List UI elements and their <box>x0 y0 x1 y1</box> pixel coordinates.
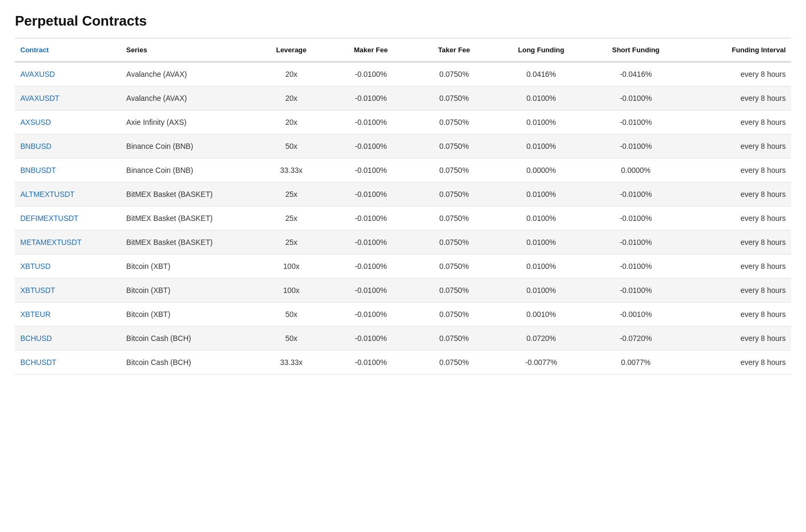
series-cell: Avalanche (AVAX) <box>121 86 254 110</box>
leverage-cell: 25x <box>254 207 329 231</box>
taker-fee-cell: 0.0750% <box>413 303 496 327</box>
table-row: AVAXUSDAvalanche (AVAX)20x-0.0100%0.0750… <box>15 62 791 86</box>
series-cell: Bitcoin Cash (BCH) <box>121 351 254 375</box>
leverage-cell: 100x <box>254 255 329 279</box>
header-maker-fee: Maker Fee <box>329 38 413 62</box>
short-funding-cell: -0.0100% <box>587 231 685 255</box>
header-series: Series <box>121 38 254 62</box>
table-body: AVAXUSDAvalanche (AVAX)20x-0.0100%0.0750… <box>15 62 791 375</box>
table-row: XBTUSDTBitcoin (XBT)100x-0.0100%0.0750%0… <box>15 279 791 303</box>
contract-link[interactable]: XBTEUR <box>20 310 51 319</box>
contract-link[interactable]: XBTUSDT <box>20 286 55 295</box>
series-cell: BitMEX Basket (BASKET) <box>121 231 254 255</box>
long-funding-cell: 0.0416% <box>496 62 587 86</box>
maker-fee-cell: -0.0100% <box>329 327 413 351</box>
taker-fee-cell: 0.0750% <box>413 134 496 158</box>
contract-link[interactable]: BCHUSDT <box>20 358 57 367</box>
contracts-table: Contract Series Leverage Maker Fee Taker… <box>15 38 791 375</box>
leverage-cell: 20x <box>254 110 329 134</box>
series-cell: Bitcoin (XBT) <box>121 303 254 327</box>
leverage-cell: 100x <box>254 279 329 303</box>
taker-fee-cell: 0.0750% <box>413 231 496 255</box>
funding-interval-cell: every 8 hours <box>685 207 791 231</box>
header-short-funding: Short Funding <box>587 38 685 62</box>
leverage-cell: 25x <box>254 231 329 255</box>
table-row: BNBUSDTBinance Coin (BNB)33.33x-0.0100%0… <box>15 158 791 182</box>
leverage-cell: 20x <box>254 62 329 86</box>
leverage-cell: 50x <box>254 134 329 158</box>
long-funding-cell: 0.0100% <box>496 134 587 158</box>
long-funding-cell: 0.0100% <box>496 110 587 134</box>
taker-fee-cell: 0.0750% <box>413 351 496 375</box>
short-funding-cell: -0.0010% <box>587 303 685 327</box>
series-cell: Avalanche (AVAX) <box>121 62 254 86</box>
funding-interval-cell: every 8 hours <box>685 327 791 351</box>
table-row: AXSUSDAxie Infinity (AXS)20x-0.0100%0.07… <box>15 110 791 134</box>
funding-interval-cell: every 8 hours <box>685 255 791 279</box>
short-funding-cell: 0.0077% <box>587 351 685 375</box>
short-funding-cell: -0.0100% <box>587 134 685 158</box>
short-funding-cell: -0.0100% <box>587 110 685 134</box>
table-row: BCHUSDTBitcoin Cash (BCH)33.33x-0.0100%0… <box>15 351 791 375</box>
contract-link[interactable]: DEFIMEXTUSDT <box>20 214 78 223</box>
series-cell: Bitcoin (XBT) <box>121 279 254 303</box>
maker-fee-cell: -0.0100% <box>329 158 413 182</box>
leverage-cell: 33.33x <box>254 351 329 375</box>
contract-link[interactable]: AVAXUSDT <box>20 94 59 102</box>
maker-fee-cell: -0.0100% <box>329 279 413 303</box>
funding-interval-cell: every 8 hours <box>685 351 791 375</box>
table-row: BCHUSDBitcoin Cash (BCH)50x-0.0100%0.075… <box>15 327 791 351</box>
short-funding-cell: 0.0000% <box>587 158 685 182</box>
series-cell: BitMEX Basket (BASKET) <box>121 182 254 207</box>
contract-link[interactable]: ALTMEXTUSDT <box>20 190 75 198</box>
contract-link[interactable]: XBTUSD <box>20 262 51 271</box>
long-funding-cell: 0.0100% <box>496 182 587 207</box>
short-funding-cell: -0.0100% <box>587 255 685 279</box>
funding-interval-cell: every 8 hours <box>685 86 791 110</box>
funding-interval-cell: every 8 hours <box>685 62 791 86</box>
leverage-cell: 50x <box>254 327 329 351</box>
short-funding-cell: -0.0720% <box>587 327 685 351</box>
funding-interval-cell: every 8 hours <box>685 182 791 207</box>
table-row: XBTUSDBitcoin (XBT)100x-0.0100%0.0750%0.… <box>15 255 791 279</box>
header-funding-interval: Funding Interval <box>685 38 791 62</box>
leverage-cell: 20x <box>254 86 329 110</box>
page-title: Perpetual Contracts <box>15 13 791 29</box>
taker-fee-cell: 0.0750% <box>413 182 496 207</box>
header-leverage: Leverage <box>254 38 329 62</box>
maker-fee-cell: -0.0100% <box>329 231 413 255</box>
contract-link[interactable]: METAMEXTUSDT <box>20 238 82 247</box>
taker-fee-cell: 0.0750% <box>413 255 496 279</box>
long-funding-cell: 0.0100% <box>496 86 587 110</box>
series-cell: Binance Coin (BNB) <box>121 158 254 182</box>
series-cell: Axie Infinity (AXS) <box>121 110 254 134</box>
maker-fee-cell: -0.0100% <box>329 134 413 158</box>
maker-fee-cell: -0.0100% <box>329 303 413 327</box>
taker-fee-cell: 0.0750% <box>413 86 496 110</box>
contract-link[interactable]: BNBUSD <box>20 142 51 150</box>
funding-interval-cell: every 8 hours <box>685 231 791 255</box>
short-funding-cell: -0.0100% <box>587 182 685 207</box>
short-funding-cell: -0.0100% <box>587 279 685 303</box>
contract-link[interactable]: BNBUSDT <box>20 166 56 174</box>
taker-fee-cell: 0.0750% <box>413 327 496 351</box>
leverage-cell: 50x <box>254 303 329 327</box>
maker-fee-cell: -0.0100% <box>329 351 413 375</box>
long-funding-cell: 0.0100% <box>496 207 587 231</box>
taker-fee-cell: 0.0750% <box>413 110 496 134</box>
contract-link[interactable]: AXSUSD <box>20 118 51 126</box>
long-funding-cell: -0.0077% <box>496 351 587 375</box>
table-row: METAMEXTUSDTBitMEX Basket (BASKET)25x-0.… <box>15 231 791 255</box>
contract-link[interactable]: AVAXUSD <box>20 70 55 78</box>
header-taker-fee: Taker Fee <box>413 38 496 62</box>
series-cell: Bitcoin Cash (BCH) <box>121 327 254 351</box>
series-cell: BitMEX Basket (BASKET) <box>121 207 254 231</box>
taker-fee-cell: 0.0750% <box>413 158 496 182</box>
long-funding-cell: 0.0720% <box>496 327 587 351</box>
contract-link[interactable]: BCHUSD <box>20 334 52 343</box>
series-cell: Bitcoin (XBT) <box>121 255 254 279</box>
funding-interval-cell: every 8 hours <box>685 134 791 158</box>
funding-interval-cell: every 8 hours <box>685 303 791 327</box>
table-row: AVAXUSDTAvalanche (AVAX)20x-0.0100%0.075… <box>15 86 791 110</box>
maker-fee-cell: -0.0100% <box>329 182 413 207</box>
